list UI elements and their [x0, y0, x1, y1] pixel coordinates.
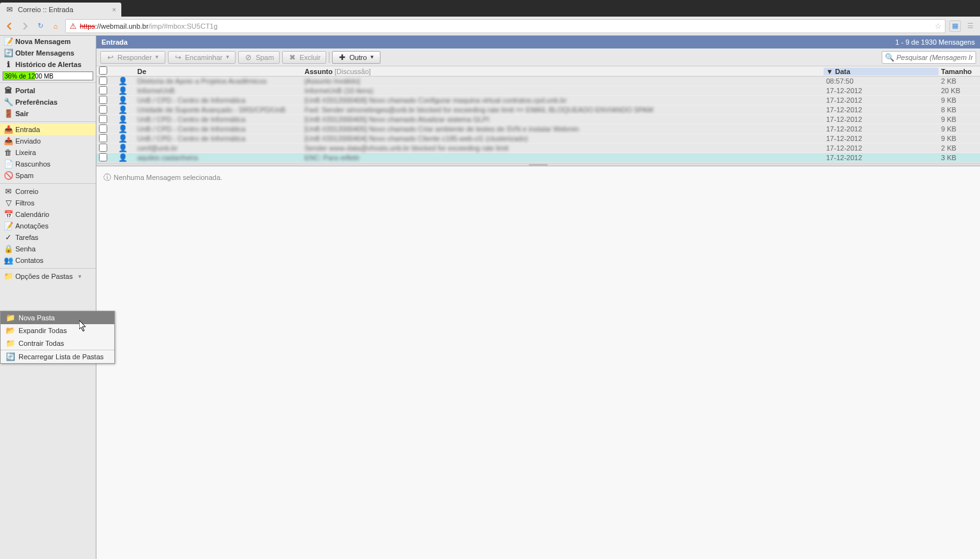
- folder-drafts[interactable]: 📄Rascunhos: [0, 158, 96, 170]
- sidebar-label: Anotações: [15, 222, 49, 230]
- contacts-icon: 👥: [4, 256, 13, 265]
- select-all-checkbox[interactable]: [99, 66, 107, 75]
- app-body: 📝Nova Mensagem 🔄Obter Mensagens ℹHistóri…: [0, 36, 980, 559]
- alerts-link[interactable]: ℹHistórico de Alertas: [0, 59, 96, 70]
- ctx-collapse-all[interactable]: 📁Contrair Todas: [1, 337, 114, 350]
- reply-button[interactable]: ↩Responder▼: [100, 51, 165, 64]
- col-date[interactable]: ▼ Data: [824, 68, 939, 75]
- sidebar-label: Filtros: [15, 199, 34, 207]
- app-password[interactable]: 🔒Senha: [0, 243, 96, 255]
- inbox-icon: 📥: [4, 125, 13, 134]
- exit-icon: 🚪: [4, 109, 13, 118]
- ctx-label: Contrair Todas: [19, 339, 64, 347]
- new-message-link[interactable]: 📝Nova Mensagem: [0, 36, 96, 47]
- sidebar-label: Histórico de Alertas: [15, 61, 82, 68]
- extension-icon[interactable]: ▦: [949, 20, 961, 32]
- table-row[interactable]: 👤UnB / CPD - Centro de Informática[UnB #…: [96, 134, 980, 144]
- cell-subject: [Assunto Inválido]: [302, 77, 824, 85]
- search-box[interactable]: 🔍: [882, 51, 976, 64]
- ctx-label: Nova Pasta: [19, 314, 55, 322]
- sent-icon: 📤: [4, 137, 13, 145]
- ctx-reload-folders[interactable]: 🔄Recarregar Lista de Pastas: [1, 350, 114, 363]
- app-notes[interactable]: 📝Anotações: [0, 220, 96, 232]
- app-filters[interactable]: ▽Filtros: [0, 197, 96, 209]
- cell-from: UnB / CPD - Centro de Informática: [135, 135, 302, 142]
- col-subject[interactable]: Assunto [Discussão]: [302, 68, 824, 75]
- folder-options[interactable]: 📁Opções de Pastas ▼: [0, 271, 96, 282]
- ctx-label: Recarregar Lista de Pastas: [19, 353, 103, 361]
- reply-icon: ↩: [106, 53, 115, 62]
- folder-inbox[interactable]: 📥Entrada: [0, 124, 96, 135]
- message-list: De Assunto [Discussão] ▼ Data Tamanho 👤D…: [96, 66, 980, 163]
- row-checkbox[interactable]: [99, 115, 107, 123]
- delete-icon: ✖: [288, 53, 297, 62]
- cell-size: 3 KB: [939, 154, 980, 161]
- app-mail[interactable]: ✉Correio: [0, 186, 96, 197]
- table-row[interactable]: 👤UnB / CPD - Centro de Informática[UnB #…: [96, 124, 980, 134]
- col-from[interactable]: De: [135, 68, 302, 75]
- table-row[interactable]: 👤cenf@unb.brSender www-data@vhosts.unb.b…: [96, 144, 980, 153]
- cell-size: 9 KB: [939, 116, 980, 123]
- app-tasks[interactable]: ✓Tarefas: [0, 232, 96, 243]
- exit-link[interactable]: 🚪Sair: [0, 108, 96, 119]
- row-checkbox[interactable]: [99, 144, 107, 152]
- folder-trash[interactable]: 🗑Lixeira: [0, 147, 96, 158]
- app-calendar[interactable]: 📅Calendário: [0, 209, 96, 220]
- chevron-down-icon: ▼: [75, 272, 84, 281]
- search-input[interactable]: [896, 54, 973, 61]
- mail-icon: ✉: [5, 5, 14, 14]
- back-button[interactable]: [4, 20, 15, 32]
- spam-button[interactable]: ⊘Spam: [238, 51, 280, 64]
- table-header: De Assunto [Discussão] ▼ Data Tamanho: [96, 66, 980, 77]
- home-button[interactable]: ⌂: [50, 20, 61, 32]
- folder-icon: 📁: [4, 272, 13, 281]
- row-checkbox[interactable]: [99, 105, 107, 114]
- ctx-expand-all[interactable]: 📂Expandir Todas: [1, 324, 114, 337]
- row-checkbox[interactable]: [99, 124, 107, 133]
- table-row[interactable]: 👤aquiles castanheiraENC: Para refletir17…: [96, 153, 980, 163]
- menu-button[interactable]: ☰: [965, 20, 976, 32]
- app-contacts[interactable]: 👥Contatos: [0, 255, 96, 266]
- portal-link[interactable]: 🏛Portal: [0, 85, 96, 96]
- row-checkbox[interactable]: [99, 134, 107, 142]
- cell-from: Unidade de Suporte Avançado - SRS/CPD/Un…: [135, 106, 302, 114]
- forward-button[interactable]: [19, 20, 31, 32]
- spam-icon: ⊘: [244, 53, 253, 62]
- delete-button[interactable]: ✖Excluir: [282, 51, 326, 64]
- user-icon: 👤: [118, 144, 127, 153]
- row-checkbox[interactable]: [99, 77, 107, 85]
- cell-from: InformeUnB: [135, 87, 302, 94]
- splitter[interactable]: [96, 163, 980, 166]
- table-row[interactable]: 👤InformeUnBInformeUnB (10 itens)17-12-20…: [96, 86, 980, 96]
- table-row[interactable]: 👤Diretoria de Apoio a Projetos Acadêmico…: [96, 77, 980, 86]
- browser-tab[interactable]: ✉ Correio :: Entrada ×: [0, 3, 121, 17]
- close-icon[interactable]: ×: [112, 6, 116, 13]
- col-size[interactable]: Tamanho: [939, 68, 980, 75]
- row-checkbox[interactable]: [99, 153, 107, 161]
- table-row[interactable]: 👤Unidade de Suporte Avançado - SRS/CPD/U…: [96, 105, 980, 115]
- cell-subject: [UnB #2012000405] Novo chamado Atualizar…: [302, 116, 824, 123]
- star-icon[interactable]: ☆: [933, 22, 942, 31]
- sidebar-label: Contatos: [15, 257, 43, 264]
- folder-sent[interactable]: 📤Enviado: [0, 135, 96, 147]
- btn-label: Encaminhar: [185, 54, 223, 61]
- search-icon: 🔍: [885, 53, 894, 62]
- table-row[interactable]: 👤UnB / CPD - Centro de Informática[UnB #…: [96, 96, 980, 105]
- row-checkbox[interactable]: [99, 86, 107, 94]
- forward-button[interactable]: ↪Encaminhar▼: [168, 51, 236, 64]
- get-messages-link[interactable]: 🔄Obter Mensagens: [0, 47, 96, 59]
- table-row[interactable]: 👤UnB / CPD - Centro de Informática[UnB #…: [96, 115, 980, 124]
- reload-button[interactable]: ↻: [34, 20, 46, 32]
- folder-spam[interactable]: 🚫Spam: [0, 170, 96, 181]
- calendar-icon: 📅: [4, 210, 13, 219]
- prefs-link[interactable]: 🔧Preferências: [0, 96, 96, 108]
- user-icon: 👤: [118, 115, 127, 124]
- url-bar[interactable]: ⚠ https://webmail.unb.br/imp/#mbox:SU5CT…: [65, 19, 946, 33]
- ctx-new-folder[interactable]: 📁Nova Pasta: [1, 311, 114, 324]
- sidebar-label: Correio: [15, 188, 38, 195]
- user-icon: 👤: [118, 86, 127, 95]
- new-folder-icon: 📁: [6, 313, 15, 322]
- row-checkbox[interactable]: [99, 96, 107, 104]
- cell-size: 9 KB: [939, 96, 980, 104]
- other-button[interactable]: ✚Outro▼: [332, 51, 380, 64]
